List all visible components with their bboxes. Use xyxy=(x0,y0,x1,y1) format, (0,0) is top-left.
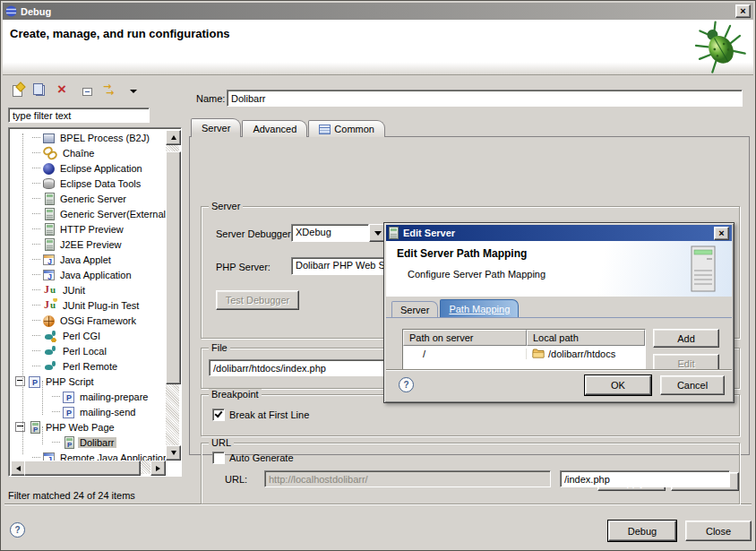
close-dialog-icon[interactable]: × xyxy=(714,227,729,240)
tree-item[interactable]: Dolibarr xyxy=(11,435,166,450)
tree-vertical-scrollbar[interactable] xyxy=(166,130,179,461)
file-group-label: File xyxy=(209,342,230,353)
tree-item[interactable]: OSGi Framework xyxy=(11,313,166,328)
tree-item[interactable]: BPEL Process (B2J) xyxy=(11,130,166,145)
edit-server-dialog: Edit Server × Edit Server Path Mapping C… xyxy=(383,222,735,403)
add-mapping-button[interactable]: Add xyxy=(653,329,719,348)
scroll-down-icon[interactable] xyxy=(166,445,181,461)
tree-horizontal-scrollbar[interactable] xyxy=(11,461,166,474)
column-local-path[interactable]: Local path xyxy=(527,330,645,346)
edit-server-subheading: Configure Server Path Mapping xyxy=(408,269,546,280)
table-row[interactable]: / /dolibarr/htdocs xyxy=(403,346,645,361)
toolbar-button[interactable] xyxy=(55,82,76,100)
debug-button[interactable]: Debug xyxy=(608,521,676,541)
auto-generate-checkbox[interactable] xyxy=(212,452,225,464)
filter-menu-caret-icon xyxy=(130,84,137,98)
server-icon xyxy=(45,208,55,220)
toolbar-button[interactable] xyxy=(101,82,123,100)
scroll-right-icon[interactable] xyxy=(150,461,166,476)
tree-item[interactable]: Eclipse Application xyxy=(11,160,166,176)
eclipse-logo-icon xyxy=(5,5,17,17)
column-path-on-server[interactable]: Path on server xyxy=(403,330,527,346)
tree-item[interactable]: mailing-send xyxy=(11,404,166,419)
cancel-button[interactable]: Cancel xyxy=(660,375,725,395)
server-debugger-select[interactable]: XDebug xyxy=(291,224,386,242)
edit-server-tabs: ServerPath Mapping xyxy=(391,300,520,317)
toolbar-button[interactable] xyxy=(78,82,99,100)
horizontal-scroll-thumb[interactable] xyxy=(24,461,141,476)
tree-item[interactable]: Perl CGI xyxy=(11,328,166,343)
close-window-icon[interactable]: × xyxy=(735,4,751,18)
server-group-label: Server xyxy=(209,201,243,211)
server-debugger-label: Server Debugger: xyxy=(216,228,294,239)
break-first-line-checkbox[interactable] xyxy=(212,409,225,421)
table-grid-icon xyxy=(319,125,331,134)
collapse-expander-icon[interactable] xyxy=(15,376,25,386)
banner-heading: Create, manage, and run configurations xyxy=(10,27,230,40)
server-tower-icon xyxy=(687,245,719,295)
tab[interactable]: Common xyxy=(308,120,385,137)
tree-item[interactable]: mailing-prepare xyxy=(11,389,166,404)
tree-item[interactable]: Remote Java Application xyxy=(11,450,166,461)
breakpoint-group-label: Breakpoint xyxy=(209,389,262,400)
tree-item[interactable]: HTTP Preview xyxy=(11,221,166,237)
tree-item[interactable]: PHP Script xyxy=(11,374,166,389)
edit-server-heading: Edit Server Path Mapping xyxy=(397,247,527,260)
dialog-help-icon[interactable]: ? xyxy=(399,377,414,392)
debug-bug-icon xyxy=(692,20,746,75)
tab[interactable]: Advanced xyxy=(242,120,307,137)
configurations-sidebar: BPEL Process (B2J) Chaîne Eclipse Applic… xyxy=(8,80,182,503)
toolbar-button[interactable] xyxy=(31,82,53,100)
server-icon xyxy=(45,223,55,236)
url-group: URL Auto Generate URL: xyxy=(201,443,740,504)
tree-item[interactable]: Generic Server xyxy=(11,191,166,206)
tree-item[interactable]: Java Applet xyxy=(11,252,166,267)
vertical-scroll-thumb[interactable] xyxy=(166,151,181,384)
perl-cgi-icon xyxy=(43,329,57,342)
remote-java-icon xyxy=(43,452,55,461)
configuration-tree: BPEL Process (B2J) Chaîne Eclipse Applic… xyxy=(11,130,166,461)
server-icon xyxy=(45,238,55,251)
ok-button[interactable]: OK xyxy=(585,375,651,395)
edit-server-titlebar: Edit Server × xyxy=(386,225,732,241)
help-icon[interactable]: ? xyxy=(10,522,25,538)
tree-item[interactable]: Eclipse Data Tools xyxy=(11,176,166,191)
debug-window: Debug × Create, manage, and run configur… xyxy=(0,0,756,551)
tree-item[interactable]: PHP Web Page xyxy=(11,419,166,435)
edit-server-footer: ? OK Cancel xyxy=(386,369,732,400)
edit-server-header: Edit Server Path Mapping Configure Serve… xyxy=(386,241,732,297)
tree-item[interactable]: Chaîne xyxy=(11,145,166,160)
php-server-icon xyxy=(30,421,40,434)
filter-configurations-icon xyxy=(103,84,117,98)
server-icon xyxy=(389,227,399,239)
edit-server-title: Edit Server xyxy=(403,228,455,238)
tab[interactable]: Server xyxy=(191,118,241,137)
duplicate-configuration-icon xyxy=(36,85,45,96)
dialog-tab[interactable]: Path Mapping xyxy=(440,299,519,317)
tree-item[interactable]: Perl Local xyxy=(11,343,166,358)
filter-input[interactable] xyxy=(8,108,150,123)
chain-icon xyxy=(43,146,57,159)
toolbar-button[interactable] xyxy=(125,82,146,100)
php-server-icon xyxy=(64,436,74,449)
collapse-expander-icon[interactable] xyxy=(15,422,25,432)
name-input[interactable] xyxy=(227,90,743,107)
tree-item[interactable]: JUnit xyxy=(11,282,166,297)
configuration-tree-panel: BPEL Process (B2J) Chaîne Eclipse Applic… xyxy=(8,127,182,477)
test-debugger-button[interactable]: Test Debugger xyxy=(216,290,299,310)
tree-item[interactable]: Java Application xyxy=(11,267,166,282)
url-path-input[interactable] xyxy=(560,470,730,487)
java-app-icon xyxy=(43,270,55,280)
php-server-label: PHP Server: xyxy=(216,262,271,272)
close-button[interactable]: Close xyxy=(685,521,752,541)
break-first-line-label: Break at First Line xyxy=(229,409,309,420)
scroll-up-icon[interactable] xyxy=(166,130,181,145)
tree-item[interactable]: J2EE Preview xyxy=(11,237,166,252)
toolbar-button[interactable] xyxy=(8,82,30,100)
tree-item[interactable]: Perl Remote xyxy=(11,358,166,374)
name-label: Name: xyxy=(196,93,225,104)
tree-item[interactable]: Generic Server(External La xyxy=(11,206,166,221)
tree-item[interactable]: JUnit Plug-in Test xyxy=(11,297,166,313)
dialog-tab[interactable]: Server xyxy=(391,301,438,317)
osgi-icon xyxy=(43,315,55,327)
